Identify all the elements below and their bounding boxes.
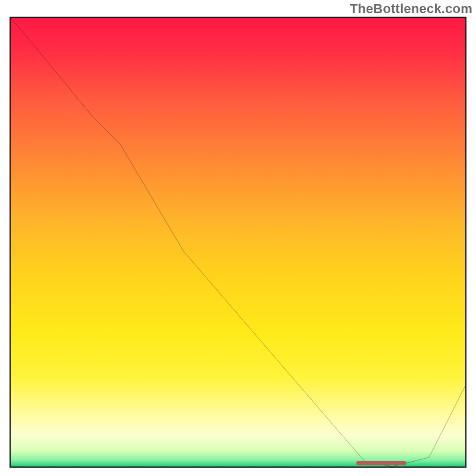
watermark-text: TheBottleneck.com <box>350 1 472 17</box>
chart-canvas: TheBottleneck.com <box>0 0 476 476</box>
plot-area <box>10 17 466 468</box>
svg-rect-0 <box>11 18 465 466</box>
optimal-range-marker <box>356 461 406 465</box>
background-gradient <box>11 18 465 466</box>
